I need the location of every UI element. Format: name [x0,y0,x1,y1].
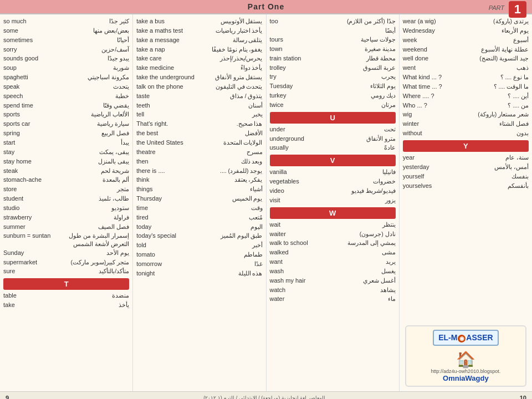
entry-arabic: وقت [186,204,262,212]
list-item: washيغسل [270,267,396,276]
entry-english: speak [3,83,53,91]
entry-english: Wednesday [403,27,453,35]
list-item: speakيتحدث [3,82,129,91]
entry-english: start [3,139,53,147]
list-item: yearسنة، عام [403,153,529,162]
entry-arabic: بدون [453,129,529,137]
list-item: sometimesأحيانًا [3,35,129,45]
entry-arabic: متجر كبير(سوبر ماركت) [53,258,129,267]
entry-arabic: يجرب [320,73,396,81]
list-item: train stationمحطة قطار [270,54,396,63]
entry-arabic: يستقل الأوتوبيس [186,17,262,25]
entry-arabic: الولايات المتحدة [186,139,262,147]
entry-arabic: يبدو جيدًا [53,54,129,63]
list-item: wigشعر مستعار (باروكة) [403,110,529,119]
entry-english: student [3,195,53,203]
entry-english: water [270,295,320,303]
list-item: thenوبعد ذلك [136,157,262,166]
omnia-name: OmniaWagdy [410,374,522,382]
list-item: studioستوديو [3,203,129,213]
list-item: stay homeيبقى بالمنزل [3,157,129,166]
entry-arabic: يغفو، ينام نومًا خفيفًا [186,45,262,54]
entry-english: the best [136,129,186,137]
list-item: weekendعطلة نهاية الأسبوع [403,45,529,54]
entry-english: too [270,17,320,25]
list-item: theatreمسرح [136,147,262,157]
entry-english: yourselves [403,182,453,190]
entry-english: stomach-ache [3,176,53,184]
list-item: the bestالأفضل [136,129,262,138]
list-item: startيبدأ [3,138,129,147]
entry-english: the United States [136,139,186,147]
entry-arabic: يأخذ دواءً [186,64,262,72]
list-item: sunburn = suntanإسمرار البشرة من طول الت… [3,231,129,248]
entry-english: steak [3,167,53,175]
entry-english: sports [3,110,53,119]
entry-arabic: هذا صحيح. [186,120,262,128]
elmoasser-logo: EL-M◉ASSER [433,330,498,346]
entry-english: stay [3,148,53,156]
entry-english: speech [3,92,53,100]
entry-english: tired [136,213,186,222]
entry-english: weekend [403,45,453,54]
list-item: tomorrowغدًا [136,259,262,269]
list-item: underتحت [270,125,396,134]
entry-arabic: سنة، عام [453,154,529,162]
list-item: Who ... ?من .... ؟ [403,101,529,110]
entry-arabic: اليوم [186,223,262,231]
section-header: V [270,155,396,166]
entry-english: things [136,185,186,193]
list-item: winterفصل الشتاء [403,119,529,129]
entry-arabic: أحيانًا [53,36,129,44]
entry-arabic: غدًا [186,260,262,268]
entry-arabic: متجر [53,185,129,193]
entry-arabic: يتذوق / مذاق [186,92,262,100]
entry-english: take a nap [136,45,186,54]
entry-english: under [270,125,320,134]
entry-english: trolley [270,64,320,72]
entry-arabic: بأنفسكم [453,182,529,190]
entry-arabic: جيد التسوية (النضج) [453,54,529,63]
entry-english: supermarket [3,258,53,267]
list-item: Thursdayيوم الخميس [136,194,262,203]
entry-english: tonight [136,269,186,278]
entry-arabic: عربة التسوق [320,64,396,72]
list-item: twiceمرتان [270,100,396,110]
entry-english: want [270,258,320,266]
list-item: summerفصل الصيف [3,222,129,232]
entry-english: studio [3,204,53,212]
entry-english: strawberry [3,213,53,222]
entry-english: take care [136,54,186,63]
entry-arabic: ذهب [453,64,529,72]
entry-english: tomato [136,250,186,259]
list-item: visitيزور [270,196,396,205]
list-item: studentطالب، تلميذ [3,194,129,203]
section-header: T [3,278,129,290]
entry-english: today [136,223,186,231]
list-item: vegetablesخضروات [270,177,396,186]
entry-english: without [403,129,453,137]
entry-arabic: مسرح [186,148,262,156]
entry-arabic: مكرونة اسباجيتي [53,73,129,81]
entry-arabic: يقضي وقتًا [53,101,129,110]
entry-arabic: يستقل مترو الأنفاق [195,73,263,81]
entry-arabic: يخبر [186,110,262,119]
entry-arabic: خضروات [320,177,396,186]
logo-circle: ◉ [458,335,466,342]
list-item: spaghettiمكرونة اسباجيتي [3,73,129,82]
entry-arabic: هذه الليلة [186,269,262,278]
list-item: yesterdayأمس، بالأمس [403,162,529,172]
entry-english: take a bus [136,17,186,25]
list-item: What time ... ?ما الوقت .... ؟ [403,82,529,91]
entry-english: wash [270,267,320,275]
entry-english: Who ... ? [403,101,453,110]
list-item: What kind ... ?ما نوع .... ؟ [403,73,529,82]
entry-english: wash my hair [270,277,320,285]
entry-english: underground [270,135,320,143]
entry-arabic: يوم الأربعاء [453,27,529,35]
entry-arabic: فصل الربيع [53,129,129,137]
entry-english: some [3,27,53,35]
entry-arabic: أين .... ؟ [453,92,529,100]
col4-inner: wear (a wig)يرتدى (باروكة)Wednesdayيوم ا… [403,17,529,389]
entry-arabic: تحت [320,125,396,134]
